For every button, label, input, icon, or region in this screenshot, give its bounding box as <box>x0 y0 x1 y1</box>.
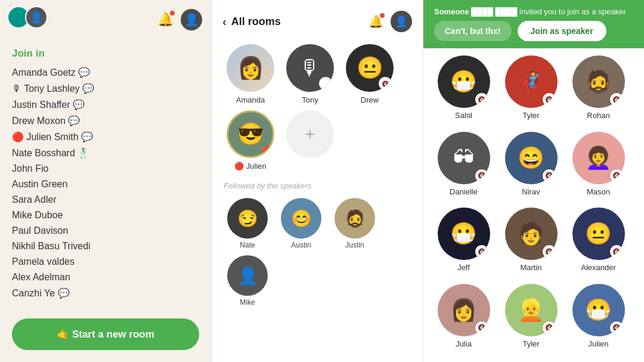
audience-mason[interactable]: 👩‍🦱 🔇 Mason <box>567 132 630 203</box>
speaker-drew[interactable]: 😐 🔇 Drew <box>343 44 397 104</box>
speaker-name: Austin Green <box>12 179 67 190</box>
user-avatar-header[interactable]: 👤 <box>181 9 202 30</box>
audience-nate[interactable]: 😏 Nate <box>224 198 271 249</box>
avatar: 🧑 🔇 <box>505 208 558 260</box>
audience-name: Austin <box>291 241 311 249</box>
mute-badge: 🔇 <box>475 93 488 106</box>
avatar: 🕶 🔇 <box>438 132 490 184</box>
list-item: 🎙 Tony Lashley 💬 <box>12 81 199 97</box>
audience-name: Tyler <box>522 339 539 348</box>
audience-martin[interactable]: 🧑 🔇 Martin <box>500 208 562 279</box>
audience-name: Rohan <box>587 111 609 120</box>
audience-name: Nate <box>240 241 255 249</box>
audience-tyler2[interactable]: 👱 🔇 Tyler <box>500 284 562 355</box>
speaker-name: Drew Moxon 💬 <box>12 115 80 126</box>
notification-dot <box>170 11 175 16</box>
audience-danielle[interactable]: 🕶 🔇 Danielle <box>432 132 495 203</box>
back-button[interactable]: ‹ All rooms <box>222 15 281 29</box>
mute-badge: 🔇 <box>379 77 392 90</box>
list-item: Sara Adler <box>12 192 199 208</box>
list-item: Nate Bosshard 🕺 <box>12 145 199 161</box>
mute-badge: 🔇 <box>543 245 556 258</box>
middle-panel: ‹ All rooms 🔔 👤 👩 Amanda 🎙 🎙 Tony <box>212 0 423 362</box>
add-speaker[interactable]: + <box>283 110 337 171</box>
followed-label: Followed by the speakers <box>212 177 423 195</box>
speaker-julien[interactable]: 😎 🔴 🔴 Julien <box>224 110 277 171</box>
speaker-name: Amanda Goetz 💬 <box>12 67 90 78</box>
audience-sahil[interactable]: 😷 🔇 Sahil <box>432 55 495 127</box>
speaker-amanda[interactable]: 👩 Amanda <box>224 44 277 104</box>
speaker-name: Mike Duboe <box>12 210 63 221</box>
avatar: 😷 🔇 <box>438 55 490 108</box>
middle-top-bar: ‹ All rooms 🔔 👤 <box>212 0 423 38</box>
audience-tyler[interactable]: 🦸 🔇 Tyler <box>500 55 562 127</box>
bell-icon[interactable]: 🔔 <box>369 14 383 29</box>
audience-justin[interactable]: 🧔 Justin <box>331 198 379 249</box>
list-item: Justin Shaffer 💬 <box>12 97 199 113</box>
mute-badge: 🔇 <box>610 169 623 182</box>
audience-alexander[interactable]: 😐 🔇 Alexander <box>567 208 630 279</box>
add-icon[interactable]: + <box>286 110 334 158</box>
mute-badge: 🔇 <box>543 321 556 335</box>
avatar: 👩 <box>227 44 274 92</box>
user-avatar-header[interactable]: 👤 <box>391 11 412 32</box>
mute-badge: 🔇 <box>610 245 623 258</box>
inviter-name: Someone ████ ████ <box>434 7 517 16</box>
audience-austin[interactable]: 😊 Austin <box>277 198 325 249</box>
avatar: 👱 🔇 <box>505 284 558 336</box>
audience-mike[interactable]: 👤 Mike <box>224 255 271 307</box>
avatar: 👤 <box>227 255 268 296</box>
header-icons: 🔔 👤 <box>157 9 202 30</box>
speaker-name: Paul Davison <box>12 225 68 236</box>
speaker-name: Tony <box>302 95 318 104</box>
mute-badge: 🔇 <box>610 93 623 106</box>
list-item: John Fio <box>12 161 199 177</box>
top-icons: 🔔 👤 <box>369 11 412 32</box>
list-item: Nikhil Basu Trivedi <box>12 239 199 254</box>
start-room-button[interactable]: 🤙 Start a new room <box>12 318 199 350</box>
mute-badge: 🔇 <box>610 321 623 335</box>
avatar: 👩 🔇 <box>438 284 490 336</box>
invite-banner: Someone ████ ████ invited you to join as… <box>423 0 644 48</box>
speaker-name: John Fio <box>12 163 48 174</box>
invite-text: Someone ████ ████ invited you to join as… <box>434 7 633 16</box>
speaker-name: Pamela valdes <box>12 256 75 267</box>
avatar: 🎙 🎙 <box>286 44 334 92</box>
speaker-name: Sara Adler <box>12 194 57 205</box>
audience-jeff[interactable]: 😷 🔇 Jeff <box>432 208 495 279</box>
mute-badge: 🔇 <box>475 245 488 258</box>
speaker-name: Nate Bosshard 🕺 <box>12 147 89 159</box>
avatar: 👩‍🦱 🔇 <box>572 132 625 184</box>
speaker-name: Justin Shaffer 💬 <box>12 99 85 110</box>
audience-name: Mike <box>240 298 255 307</box>
avatar: 😊 <box>281 198 321 239</box>
speaker-tony[interactable]: 🎙 🎙 Tony <box>283 44 337 104</box>
audience-name: Sahil <box>455 111 472 120</box>
audience-name: Julia <box>456 339 472 348</box>
join-as-speaker-button[interactable]: Join as speaker <box>518 21 606 41</box>
list-item: Canzhi Ye 💬 <box>12 285 199 301</box>
speaker-name: Alex Adelman <box>12 272 70 283</box>
list-item: Alex Adelman <box>12 270 199 285</box>
speaker-name: Amanda <box>236 95 265 104</box>
audience-nirav[interactable]: 😄 🔇 Nirav <box>500 132 562 203</box>
speaker-name: Nikhil Basu Trivedi <box>12 241 91 252</box>
audience-julia[interactable]: 👩 🔇 Julia <box>432 284 495 355</box>
audience-julien2[interactable]: 😷 🔇 Julien <box>567 284 630 355</box>
speaker-name: Drew <box>361 95 379 104</box>
speaker-name: Canzhi Ye 💬 <box>12 287 70 299</box>
avatar: 😎 🔴 <box>227 110 274 158</box>
avatar: 🦸 🔇 <box>505 55 558 108</box>
audience-name: Jeff <box>457 263 470 272</box>
audience-name: Mason <box>587 187 610 196</box>
left-panel: 👤 🔔 👤 Join in Amanda Goetz 💬 🎙 Tony Lash… <box>0 0 212 362</box>
bell-icon[interactable]: 🔔 <box>157 12 174 27</box>
audience-name: Julien <box>589 339 609 348</box>
mute-badge: 🔇 <box>475 321 488 335</box>
cant-button[interactable]: Can't, but thx! <box>434 21 512 41</box>
avatar: 😷 🔇 <box>438 208 490 260</box>
audience-rohan[interactable]: 🧔 🔇 Rohan <box>567 55 630 127</box>
emoji-badge: 🔴 <box>261 146 271 155</box>
avatar: 😐 🔇 <box>346 44 394 92</box>
speakers-grid: 👩 Amanda 🎙 🎙 Tony 😐 🔇 Drew 😎 🔴 <box>212 38 423 177</box>
